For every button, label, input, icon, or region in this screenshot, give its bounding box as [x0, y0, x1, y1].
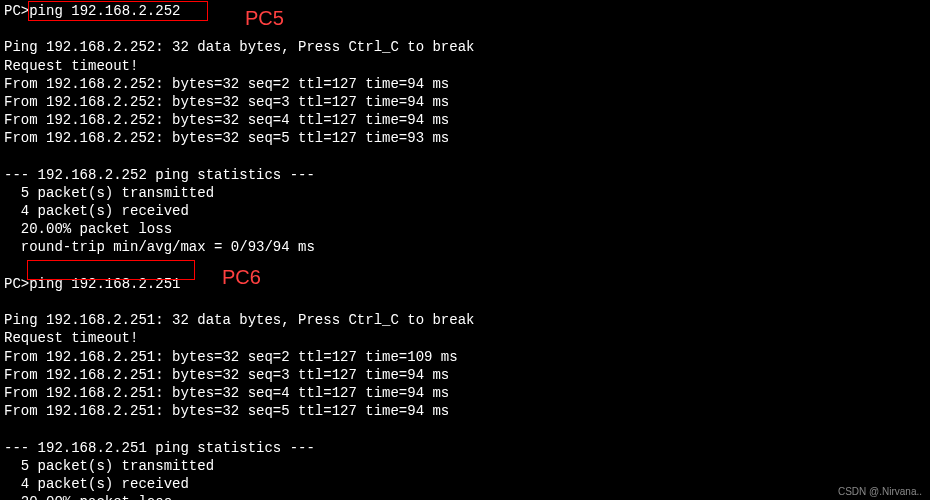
watermark: CSDN @.Nirvana..: [838, 485, 922, 498]
blank-line: [4, 20, 926, 38]
prompt-line-1[interactable]: PC>ping 192.168.2.252: [4, 2, 926, 20]
stats-header: --- 192.168.2.251 ping statistics ---: [4, 439, 926, 457]
terminal-output: PC>ping 192.168.2.252 Ping 192.168.2.252…: [0, 0, 930, 500]
timeout-line: Request timeout!: [4, 57, 926, 75]
reply-line: From 192.168.2.251: bytes=32 seq=4 ttl=1…: [4, 384, 926, 402]
stats-line: 4 packet(s) received: [4, 475, 926, 493]
command-text: ping 192.168.2.252: [29, 3, 180, 19]
blank-line: [4, 148, 926, 166]
reply-line: From 192.168.2.252: bytes=32 seq=3 ttl=1…: [4, 93, 926, 111]
prompt: PC>: [4, 3, 29, 19]
stats-header: --- 192.168.2.252 ping statistics ---: [4, 166, 926, 184]
reply-line: From 192.168.2.251: bytes=32 seq=5 ttl=1…: [4, 402, 926, 420]
timeout-line: Request timeout!: [4, 329, 926, 347]
stats-line: 20.00% packet loss: [4, 493, 926, 500]
reply-line: From 192.168.2.251: bytes=32 seq=2 ttl=1…: [4, 348, 926, 366]
stats-line: round-trip min/avg/max = 0/93/94 ms: [4, 238, 926, 256]
reply-line: From 192.168.2.252: bytes=32 seq=4 ttl=1…: [4, 111, 926, 129]
prompt: PC>: [4, 276, 29, 292]
prompt-line-2[interactable]: PC>ping 192.168.2.251: [4, 275, 926, 293]
annotation-pc6: PC6: [222, 264, 261, 290]
stats-line: 5 packet(s) transmitted: [4, 457, 926, 475]
ping-header: Ping 192.168.2.252: 32 data bytes, Press…: [4, 38, 926, 56]
annotation-pc5: PC5: [245, 5, 284, 31]
blank-line: [4, 420, 926, 438]
reply-line: From 192.168.2.252: bytes=32 seq=5 ttl=1…: [4, 129, 926, 147]
reply-line: From 192.168.2.252: bytes=32 seq=2 ttl=1…: [4, 75, 926, 93]
stats-line: 5 packet(s) transmitted: [4, 184, 926, 202]
command-text: ping 192.168.2.251: [29, 276, 180, 292]
blank-line: [4, 257, 926, 275]
reply-line: From 192.168.2.251: bytes=32 seq=3 ttl=1…: [4, 366, 926, 384]
blank-line: [4, 293, 926, 311]
stats-line: 20.00% packet loss: [4, 220, 926, 238]
ping-header: Ping 192.168.2.251: 32 data bytes, Press…: [4, 311, 926, 329]
stats-line: 4 packet(s) received: [4, 202, 926, 220]
